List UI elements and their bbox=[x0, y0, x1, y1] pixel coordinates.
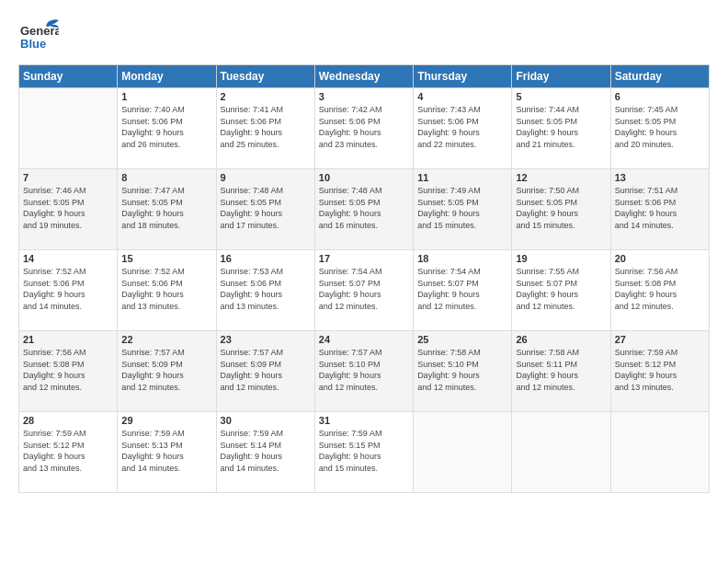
day-number: 22 bbox=[121, 334, 211, 345]
calendar-day-cell: 5Sunrise: 7:44 AM Sunset: 5:05 PM Daylig… bbox=[512, 88, 610, 169]
calendar-day-cell: 4Sunrise: 7:43 AM Sunset: 5:06 PM Daylig… bbox=[414, 88, 512, 169]
day-number: 21 bbox=[23, 334, 113, 345]
calendar-day-cell: 20Sunrise: 7:56 AM Sunset: 5:08 PM Dayli… bbox=[610, 250, 709, 331]
day-number: 1 bbox=[121, 91, 211, 102]
day-number: 15 bbox=[121, 253, 211, 264]
day-info: Sunrise: 7:58 AM Sunset: 5:10 PM Dayligh… bbox=[417, 347, 507, 393]
calendar-day-cell: 7Sunrise: 7:46 AM Sunset: 5:05 PM Daylig… bbox=[19, 169, 118, 250]
calendar-day-cell: 31Sunrise: 7:59 AM Sunset: 5:15 PM Dayli… bbox=[314, 412, 413, 493]
day-number: 12 bbox=[516, 172, 606, 183]
svg-text:Blue: Blue bbox=[20, 37, 46, 51]
calendar-header-saturday: Saturday bbox=[610, 65, 709, 88]
day-info: Sunrise: 7:40 AM Sunset: 5:06 PM Dayligh… bbox=[121, 104, 211, 150]
page: General Blue SundayMondayTuesdayWednesda… bbox=[0, 0, 728, 563]
calendar-day-cell: 30Sunrise: 7:59 AM Sunset: 5:14 PM Dayli… bbox=[216, 412, 314, 493]
day-info: Sunrise: 7:54 AM Sunset: 5:07 PM Dayligh… bbox=[417, 266, 507, 312]
calendar-table: SundayMondayTuesdayWednesdayThursdayFrid… bbox=[18, 64, 710, 493]
calendar-day-cell bbox=[19, 88, 118, 169]
calendar-week-row: 14Sunrise: 7:52 AM Sunset: 5:06 PM Dayli… bbox=[19, 250, 710, 331]
calendar-day-cell: 13Sunrise: 7:51 AM Sunset: 5:06 PM Dayli… bbox=[610, 169, 709, 250]
day-number: 2 bbox=[221, 91, 311, 102]
day-info: Sunrise: 7:59 AM Sunset: 5:13 PM Dayligh… bbox=[121, 428, 211, 474]
day-info: Sunrise: 7:45 AM Sunset: 5:05 PM Dayligh… bbox=[615, 104, 705, 150]
day-number: 5 bbox=[516, 91, 606, 102]
day-info: Sunrise: 7:41 AM Sunset: 5:06 PM Dayligh… bbox=[221, 104, 311, 150]
day-number: 29 bbox=[121, 415, 211, 426]
day-info: Sunrise: 7:59 AM Sunset: 5:15 PM Dayligh… bbox=[319, 428, 409, 474]
day-info: Sunrise: 7:52 AM Sunset: 5:06 PM Dayligh… bbox=[23, 266, 113, 312]
calendar-day-cell: 19Sunrise: 7:55 AM Sunset: 5:07 PM Dayli… bbox=[512, 250, 610, 331]
calendar-day-cell: 23Sunrise: 7:57 AM Sunset: 5:09 PM Dayli… bbox=[216, 331, 314, 412]
calendar-day-cell bbox=[512, 412, 610, 493]
calendar-day-cell: 3Sunrise: 7:42 AM Sunset: 5:06 PM Daylig… bbox=[314, 88, 413, 169]
calendar-header-row: SundayMondayTuesdayWednesdayThursdayFrid… bbox=[19, 65, 710, 88]
calendar-day-cell bbox=[414, 412, 512, 493]
calendar-day-cell: 15Sunrise: 7:52 AM Sunset: 5:06 PM Dayli… bbox=[118, 250, 216, 331]
day-number: 31 bbox=[319, 415, 409, 426]
day-info: Sunrise: 7:57 AM Sunset: 5:09 PM Dayligh… bbox=[121, 347, 211, 393]
calendar-day-cell bbox=[610, 412, 709, 493]
logo-icon: General Blue bbox=[18, 15, 59, 55]
day-info: Sunrise: 7:53 AM Sunset: 5:06 PM Dayligh… bbox=[221, 266, 311, 312]
calendar-week-row: 28Sunrise: 7:59 AM Sunset: 5:12 PM Dayli… bbox=[19, 412, 710, 493]
day-info: Sunrise: 7:56 AM Sunset: 5:08 PM Dayligh… bbox=[615, 266, 705, 312]
calendar-week-row: 21Sunrise: 7:56 AM Sunset: 5:08 PM Dayli… bbox=[19, 331, 710, 412]
day-number: 26 bbox=[516, 334, 606, 345]
day-number: 25 bbox=[417, 334, 507, 345]
day-info: Sunrise: 7:57 AM Sunset: 5:10 PM Dayligh… bbox=[319, 347, 409, 393]
calendar-day-cell: 12Sunrise: 7:50 AM Sunset: 5:05 PM Dayli… bbox=[512, 169, 610, 250]
day-info: Sunrise: 7:59 AM Sunset: 5:12 PM Dayligh… bbox=[23, 428, 113, 474]
calendar-day-cell: 25Sunrise: 7:58 AM Sunset: 5:10 PM Dayli… bbox=[414, 331, 512, 412]
day-info: Sunrise: 7:49 AM Sunset: 5:05 PM Dayligh… bbox=[417, 185, 507, 231]
day-info: Sunrise: 7:59 AM Sunset: 5:12 PM Dayligh… bbox=[615, 347, 705, 393]
calendar-header-monday: Monday bbox=[118, 65, 216, 88]
day-number: 17 bbox=[319, 253, 409, 264]
calendar-day-cell: 1Sunrise: 7:40 AM Sunset: 5:06 PM Daylig… bbox=[118, 88, 216, 169]
day-number: 3 bbox=[319, 91, 409, 102]
calendar-header-wednesday: Wednesday bbox=[314, 65, 413, 88]
day-info: Sunrise: 7:48 AM Sunset: 5:05 PM Dayligh… bbox=[221, 185, 311, 231]
day-number: 6 bbox=[615, 91, 705, 102]
calendar-header-friday: Friday bbox=[512, 65, 610, 88]
day-number: 14 bbox=[23, 253, 113, 264]
calendar-day-cell: 16Sunrise: 7:53 AM Sunset: 5:06 PM Dayli… bbox=[216, 250, 314, 331]
calendar-day-cell: 26Sunrise: 7:58 AM Sunset: 5:11 PM Dayli… bbox=[512, 331, 610, 412]
calendar-header-thursday: Thursday bbox=[414, 65, 512, 88]
day-info: Sunrise: 7:57 AM Sunset: 5:09 PM Dayligh… bbox=[221, 347, 311, 393]
day-number: 27 bbox=[615, 334, 705, 345]
calendar-day-cell: 29Sunrise: 7:59 AM Sunset: 5:13 PM Dayli… bbox=[118, 412, 216, 493]
day-info: Sunrise: 7:59 AM Sunset: 5:14 PM Dayligh… bbox=[221, 428, 311, 474]
day-info: Sunrise: 7:46 AM Sunset: 5:05 PM Dayligh… bbox=[23, 185, 113, 231]
day-info: Sunrise: 7:44 AM Sunset: 5:05 PM Dayligh… bbox=[516, 104, 606, 150]
day-number: 16 bbox=[221, 253, 311, 264]
day-number: 9 bbox=[221, 172, 311, 183]
day-info: Sunrise: 7:43 AM Sunset: 5:06 PM Dayligh… bbox=[417, 104, 507, 150]
day-number: 30 bbox=[221, 415, 311, 426]
calendar-day-cell: 2Sunrise: 7:41 AM Sunset: 5:06 PM Daylig… bbox=[216, 88, 314, 169]
calendar-header-sunday: Sunday bbox=[19, 65, 118, 88]
day-number: 10 bbox=[319, 172, 409, 183]
day-number: 11 bbox=[417, 172, 507, 183]
day-info: Sunrise: 7:52 AM Sunset: 5:06 PM Dayligh… bbox=[121, 266, 211, 312]
day-number: 19 bbox=[516, 253, 606, 264]
calendar-day-cell: 18Sunrise: 7:54 AM Sunset: 5:07 PM Dayli… bbox=[414, 250, 512, 331]
calendar-day-cell: 17Sunrise: 7:54 AM Sunset: 5:07 PM Dayli… bbox=[314, 250, 413, 331]
day-number: 20 bbox=[615, 253, 705, 264]
logo: General Blue bbox=[18, 15, 59, 55]
day-info: Sunrise: 7:56 AM Sunset: 5:08 PM Dayligh… bbox=[23, 347, 113, 393]
day-number: 13 bbox=[615, 172, 705, 183]
day-info: Sunrise: 7:42 AM Sunset: 5:06 PM Dayligh… bbox=[319, 104, 409, 150]
day-info: Sunrise: 7:55 AM Sunset: 5:07 PM Dayligh… bbox=[516, 266, 606, 312]
day-info: Sunrise: 7:58 AM Sunset: 5:11 PM Dayligh… bbox=[516, 347, 606, 393]
calendar-header-tuesday: Tuesday bbox=[216, 65, 314, 88]
day-number: 23 bbox=[221, 334, 311, 345]
day-info: Sunrise: 7:54 AM Sunset: 5:07 PM Dayligh… bbox=[319, 266, 409, 312]
calendar-week-row: 7Sunrise: 7:46 AM Sunset: 5:05 PM Daylig… bbox=[19, 169, 710, 250]
calendar-day-cell: 27Sunrise: 7:59 AM Sunset: 5:12 PM Dayli… bbox=[610, 331, 709, 412]
calendar-day-cell: 14Sunrise: 7:52 AM Sunset: 5:06 PM Dayli… bbox=[19, 250, 118, 331]
calendar-week-row: 1Sunrise: 7:40 AM Sunset: 5:06 PM Daylig… bbox=[19, 88, 710, 169]
calendar-day-cell: 9Sunrise: 7:48 AM Sunset: 5:05 PM Daylig… bbox=[216, 169, 314, 250]
calendar-day-cell: 24Sunrise: 7:57 AM Sunset: 5:10 PM Dayli… bbox=[314, 331, 413, 412]
calendar-day-cell: 22Sunrise: 7:57 AM Sunset: 5:09 PM Dayli… bbox=[118, 331, 216, 412]
day-info: Sunrise: 7:51 AM Sunset: 5:06 PM Dayligh… bbox=[615, 185, 705, 231]
